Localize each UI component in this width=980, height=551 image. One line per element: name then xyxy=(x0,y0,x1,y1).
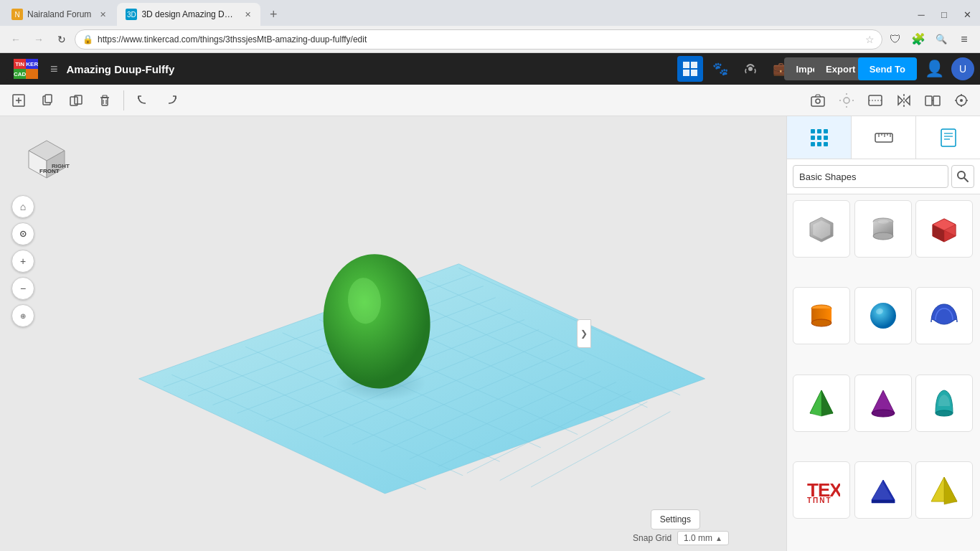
svg-marker-106 xyxy=(821,390,833,416)
zoom-in-btn[interactable]: + xyxy=(11,250,34,273)
ungroup-btn[interactable] xyxy=(948,88,974,113)
new-design-btn[interactable] xyxy=(6,88,32,113)
duplicate-btn[interactable] xyxy=(63,88,89,113)
settings-button[interactable]: Settings xyxy=(651,509,700,529)
svg-point-102 xyxy=(811,319,831,326)
menu-icon[interactable]: ≡ xyxy=(954,29,974,50)
minimize-button[interactable]: ─ xyxy=(911,4,931,24)
tab-nairaland-favicon: N xyxy=(11,9,23,20)
snap-value-control[interactable]: 1.0 mm ▲ xyxy=(677,531,729,545)
shape-box[interactable] xyxy=(915,200,973,258)
svg-marker-26 xyxy=(898,96,903,105)
tab-grid[interactable] xyxy=(787,116,852,159)
notes-icon xyxy=(938,128,958,148)
tab-tinkercad[interactable]: 3D 3D design Amazing Duup-Fulffy ✕ xyxy=(117,3,260,26)
shapes-grid: TEXT TΠNΤ xyxy=(787,194,980,551)
viewport[interactable]: FRONT RIGHT ⌂ ⊙ + − ⊕ ❯ Settings Snap Gr… xyxy=(0,116,786,551)
project-title: Amazing Duup-Fulffy xyxy=(67,63,672,75)
app-container: TIN KER CAD ≡ Amazing Duup-Fulffy 🐾 xyxy=(0,53,980,551)
shape-text[interactable]: TEXT TΠNΤ xyxy=(793,461,850,519)
shape-paraboloid[interactable] xyxy=(915,375,973,432)
svg-point-103 xyxy=(870,303,896,329)
svg-rect-71 xyxy=(824,129,828,133)
shape-prism[interactable] xyxy=(854,461,912,519)
undo-btn[interactable] xyxy=(130,88,156,113)
scene-container xyxy=(0,116,786,551)
svg-rect-76 xyxy=(817,142,821,146)
group-btn[interactable] xyxy=(920,88,946,113)
shield-icon[interactable]: 🛡 xyxy=(885,29,905,50)
extension-icon[interactable]: 🧩 xyxy=(908,29,928,50)
tinkercad-logo[interactable]: TIN KER CAD xyxy=(6,58,42,80)
svg-rect-73 xyxy=(817,136,821,140)
snap-grid-bar: Snap Grid 1.0 mm ▲ xyxy=(633,531,729,545)
svg-marker-107 xyxy=(810,390,821,416)
grid-view-btn[interactable] xyxy=(677,56,703,82)
back-button[interactable]: ← xyxy=(6,29,26,50)
new-tab-button[interactable]: + xyxy=(263,4,283,24)
lock-icon: 🔒 xyxy=(83,34,93,44)
paw-btn[interactable]: 🐾 xyxy=(707,56,733,82)
shape-pyramid-yellow[interactable] xyxy=(915,461,973,519)
svg-point-4 xyxy=(748,67,753,71)
export-button-wrap[interactable]: Export xyxy=(828,56,854,82)
shape-scribble[interactable] xyxy=(915,287,973,344)
redo-btn[interactable] xyxy=(159,88,184,113)
tab-tinkercad-close[interactable]: ✕ xyxy=(243,9,253,20)
add-user-button[interactable]: 👤 xyxy=(921,56,947,82)
ant-btn[interactable] xyxy=(738,56,763,82)
shape-cylinder[interactable] xyxy=(793,287,850,344)
maximize-button[interactable]: □ xyxy=(934,4,954,24)
svg-point-95 xyxy=(877,220,889,224)
shapes-category-dropdown[interactable]: Basic Shapes xyxy=(793,165,948,188)
tab-notes[interactable] xyxy=(916,116,980,159)
tab-nairaland-close[interactable]: ✕ xyxy=(97,9,108,20)
shape-cylinder-hole[interactable] xyxy=(854,200,912,258)
mirror-btn[interactable] xyxy=(891,88,917,113)
cube-navigator[interactable]: FRONT RIGHT xyxy=(14,131,79,188)
shapes-search-btn[interactable] xyxy=(951,165,974,188)
zoom-icon[interactable]: 🔍 xyxy=(931,29,951,50)
user-avatar[interactable]: U xyxy=(951,57,974,80)
address-bar[interactable]: 🔒 https://www.tinkercad.com/things/3thss… xyxy=(75,29,882,50)
frame-btn[interactable]: ⊙ xyxy=(11,222,34,245)
shape-box-hole[interactable] xyxy=(793,200,850,258)
shape-cone[interactable] xyxy=(854,375,912,432)
shape-pyramid-green[interactable] xyxy=(793,375,850,432)
forward-button[interactable]: → xyxy=(29,29,49,50)
camera-view-btn[interactable] xyxy=(805,88,831,113)
sendto-button-wrap[interactable]: Send To xyxy=(858,56,917,82)
svg-marker-27 xyxy=(905,96,910,105)
svg-rect-72 xyxy=(811,136,815,140)
window-controls: ─ □ ✕ xyxy=(911,4,977,24)
logo-tin: TIN xyxy=(14,59,26,69)
home-view-btn[interactable]: ⌂ xyxy=(11,195,34,218)
align-shapes-btn[interactable] xyxy=(862,88,888,113)
tab-nairaland[interactable]: N Nairaland Forum ✕ xyxy=(3,3,117,26)
svg-marker-115 xyxy=(872,500,895,503)
shapes-selector: Basic Shapes xyxy=(787,159,980,194)
shape-sphere[interactable] xyxy=(854,287,912,344)
snap-arrows[interactable]: ▲ xyxy=(715,534,722,542)
panel-tabs xyxy=(787,116,980,159)
logo-ker: KER xyxy=(26,59,38,69)
copy-paste-btn[interactable] xyxy=(34,88,60,113)
light-btn[interactable] xyxy=(834,88,859,113)
snap-value-text: 1.0 mm xyxy=(684,533,712,543)
ruler-icon xyxy=(874,128,894,148)
hamburger-menu[interactable]: ≡ xyxy=(47,59,61,80)
zoom-out-btn[interactable]: − xyxy=(11,277,34,300)
delete-btn[interactable] xyxy=(92,88,118,113)
svg-rect-74 xyxy=(824,136,828,140)
nav-bar: ← → ↻ 🔒 https://www.tinkercad.com/things… xyxy=(0,26,980,53)
tab-ruler[interactable] xyxy=(852,116,916,159)
refresh-button[interactable]: ↻ xyxy=(52,29,72,50)
zoom-to-fit-btn[interactable]: ⊕ xyxy=(11,304,34,327)
bookmark-icon: ☆ xyxy=(865,34,875,45)
tab-nairaland-title: Nairaland Forum xyxy=(27,9,91,19)
view-controls: ⌂ ⊙ + − ⊕ xyxy=(11,195,34,327)
svg-rect-69 xyxy=(811,129,815,133)
panel-collapse-btn[interactable]: ❯ xyxy=(577,319,591,348)
sendto-btn[interactable]: Send To xyxy=(858,57,917,80)
close-button[interactable]: ✕ xyxy=(957,4,977,24)
